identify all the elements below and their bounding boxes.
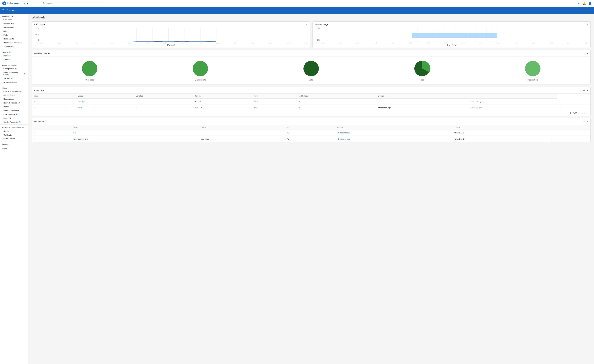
topbar-actions: + 🔔 👤: [577, 2, 592, 5]
sidebar-item-pvc[interactable]: Persistent Volume Claims N: [0, 71, 28, 76]
cronjob-menu-cell: ⋮: [557, 105, 590, 111]
dep-menu-cell: ⋮: [548, 136, 590, 142]
table-row: ✓ test - 2 / 2 48 seconds ago nginx:1.14…: [32, 130, 590, 136]
dep-status-cell: ✓: [32, 130, 71, 136]
sidebar-item-serviceaccounts[interactable]: Service Accounts N: [0, 120, 28, 124]
sidebar-item-storageclasses[interactable]: Storage Classes: [0, 80, 28, 84]
main-layout: Workloads N Cron Jobs Daemon Sets Deploy…: [0, 14, 594, 364]
settings-section: Settings: [0, 142, 28, 146]
sidebar-item-statefulsets[interactable]: Stateful Sets: [0, 45, 28, 48]
cronjobs-table-header: Cron Jobs ≡ ▲: [32, 87, 590, 94]
sidebar-item-deployments[interactable]: Deployments: [0, 25, 28, 29]
sidebar-item-replicasets[interactable]: Replica Sets: [0, 37, 28, 41]
sidebar-item-replicationcontrollers[interactable]: Replication Controllers: [0, 41, 28, 45]
serviceaccounts-badge: N: [19, 121, 21, 123]
sidebar-item-clusterroles[interactable]: Cluster Roles: [0, 93, 28, 97]
dep-name-cell: test: [71, 130, 199, 136]
cronjobs-actions: ≡ ▲: [583, 89, 588, 91]
mem-x-tick: 10:41: [427, 42, 430, 44]
mem-y-tick-2: 0 Mi: [315, 39, 320, 41]
filter-icon[interactable]: ≡: [583, 120, 585, 123]
dep-images-cell: nginx:1.14.2: [452, 130, 548, 136]
add-button[interactable]: +: [577, 2, 580, 5]
dep-pods-cell: 2 / 2: [284, 130, 336, 136]
cronjobs-collapse[interactable]: ▲: [586, 89, 588, 91]
divider-4: [0, 124, 28, 125]
col-suspend: Suspend: [193, 94, 252, 99]
sidebar-item-crd-cluster[interactable]: Cluster: [0, 129, 28, 133]
cpu-x-tick: 10:47: [251, 42, 255, 44]
cpu-chart-collapse[interactable]: ▲: [306, 23, 308, 26]
sidebar-item-rolebindings[interactable]: Role Bindings N: [0, 112, 28, 116]
row-menu-icon[interactable]: ⋮: [559, 100, 561, 103]
sidebar-item-clusterrolebindings[interactable]: Cluster Role Bindings: [0, 89, 28, 93]
workload-deployments-label: Deployments: [195, 79, 206, 81]
workload-status-title: Workload Status: [34, 52, 50, 54]
sidebar-item-persistentvolumes[interactable]: Persistent Volumes: [0, 109, 28, 112]
cronjob-name-cell: midnight: [76, 99, 134, 105]
table-row: ✓ nginx-deployment app: nginx 3 / 3 42 m…: [32, 136, 590, 142]
workload-cronjobs-label: Cron Jobs: [85, 79, 94, 81]
row-menu-icon[interactable]: ⋮: [550, 137, 552, 140]
pagination-prev[interactable]: <: [581, 112, 583, 115]
cpu-x-tick: 10:44: [199, 42, 202, 44]
cpu-y-tick-2: 0.005: [34, 34, 39, 35]
search-bar[interactable]: 🔍: [41, 1, 109, 5]
cpu-chart-header: CPU Usage ▲: [32, 22, 310, 27]
pagination-next[interactable]: >: [584, 112, 586, 115]
row-menu-icon[interactable]: ⋮: [550, 131, 552, 134]
memory-chart-collapse[interactable]: ▲: [586, 23, 588, 26]
cronjob-lastschedule-cell: 24 seconds ago: [376, 105, 468, 111]
sidebar-item-ingresses[interactable]: Ingresses: [0, 54, 28, 58]
user-icon[interactable]: 👤: [588, 2, 592, 5]
notifications-icon[interactable]: 🔔: [583, 2, 586, 5]
dep-created-link[interactable]: 42 minutes ago: [337, 138, 350, 140]
logo: ⎈ kubernetes: [2, 1, 20, 5]
cronjob-labels-cell: -: [134, 99, 193, 105]
workload-item-replicasets: Replica Sets: [524, 60, 541, 81]
sidebar-item-services[interactable]: Services: [0, 58, 28, 61]
menu-icon[interactable]: ☰: [2, 9, 5, 12]
dep-name-link[interactable]: test: [73, 132, 76, 134]
cronjob-schedule-cell: */1 * * * *: [193, 105, 252, 111]
sidebar-item-configmaps[interactable]: Config Maps N: [0, 67, 28, 71]
cronjob-active-cell: 0: [297, 99, 376, 105]
rolebindings-badge: N: [16, 114, 18, 115]
cronjob-name-link[interactable]: hello: [78, 107, 82, 109]
sidebar-item-secrets[interactable]: Secrets N: [0, 76, 28, 80]
sidebar-item-pods[interactable]: Pods: [0, 33, 28, 37]
namespace-selector[interactable]: test ▾: [22, 1, 39, 5]
filter-icon[interactable]: ≡: [583, 89, 585, 91]
dep-name-link[interactable]: nginx-deployment: [73, 138, 88, 140]
sidebar-item-crd-clusterissuer[interactable]: Cluster Issuer: [0, 137, 28, 141]
row-menu-icon[interactable]: ⋮: [559, 106, 561, 109]
workloads-section: Workloads N: [0, 14, 28, 18]
pagination-first[interactable]: |<: [578, 112, 580, 115]
pagination-last[interactable]: >|: [587, 112, 589, 115]
sidebar-item-crd-certificate[interactable]: Certificate: [0, 133, 28, 137]
search-input[interactable]: [46, 2, 107, 4]
config-storage-section: Config and Storage: [0, 63, 28, 67]
deployments-header-row: Name Labels Pods Created ↑ Images: [32, 125, 590, 130]
sidebar-item-jobs[interactable]: Jobs: [0, 29, 28, 33]
sidebar-item-daemonsets[interactable]: Daemon Sets: [0, 22, 28, 25]
cronjob-name-link[interactable]: midnight: [78, 101, 85, 103]
sidebar-item-namespaces[interactable]: Namespaces: [0, 97, 28, 101]
deployments-collapse[interactable]: ▲: [586, 120, 588, 122]
cpu-x-tick: 10:49: [287, 42, 290, 44]
content-area: Workloads CPU Usage ▲ 0.01 0.005 0: [28, 14, 594, 364]
sidebar-item-networkpolicies[interactable]: Network Policies N: [0, 101, 28, 105]
dep-created-link[interactable]: 48 seconds ago: [337, 132, 350, 134]
sidebar-item-cronjobs[interactable]: Cron Jobs: [0, 18, 28, 22]
col-lastschedule: Last Schedule: [297, 94, 376, 99]
cronjob-suspend-cell: false: [252, 105, 297, 111]
svg-point-43: [525, 61, 540, 76]
cpu-x-tick: 10:46: [234, 42, 237, 44]
dep-labels-cell: -: [199, 130, 284, 136]
sidebar-item-roles[interactable]: Roles N: [0, 116, 28, 120]
workload-status-collapse[interactable]: ▲: [586, 52, 588, 54]
workload-replicasets-label: Replica Sets: [527, 79, 538, 81]
workload-item-cronjobs: Cron Jobs: [81, 60, 98, 81]
sidebar-item-nodes[interactable]: Nodes: [0, 105, 28, 109]
cpu-x-tick: 10:42: [163, 42, 167, 44]
